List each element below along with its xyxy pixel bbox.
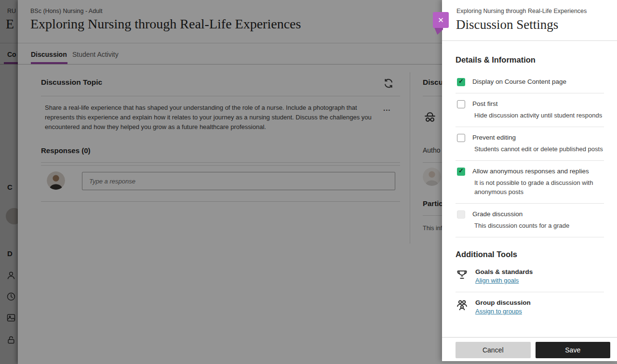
checkbox[interactable] xyxy=(457,134,465,142)
checkbox xyxy=(457,210,465,219)
tool-group-discussion: Group discussion Assign to groups xyxy=(456,292,604,323)
trophy-icon xyxy=(456,268,469,281)
option-post-first: Post first Hide discussion activity unti… xyxy=(456,93,604,127)
close-icon[interactable]: ✕ xyxy=(433,12,449,28)
panel-subtitle: Exploring Nursing through Real-Life Expe… xyxy=(456,8,587,14)
checkbox[interactable] xyxy=(457,78,465,86)
discussion-settings-panel: Exploring Nursing through Real-Life Expe… xyxy=(442,0,617,361)
option-display-on-course-content: Display on Course Content page xyxy=(456,71,604,93)
checkbox[interactable] xyxy=(457,168,465,176)
panel-title: Discussion Settings xyxy=(456,17,558,32)
additional-tools-heading: Additional Tools xyxy=(456,250,604,259)
save-button[interactable]: Save xyxy=(536,342,611,358)
tool-title: Goals & standards xyxy=(475,268,533,276)
panel-footer: Cancel Save xyxy=(442,337,617,361)
option-description: It is not possible to grade a discussion… xyxy=(474,178,604,196)
option-description: Students cannot edit or delete published… xyxy=(474,144,604,154)
checkbox[interactable] xyxy=(457,100,465,108)
option-allow-anonymous: Allow anonymous responses and replies It… xyxy=(456,161,604,204)
option-label: Allow anonymous responses and replies xyxy=(472,167,604,175)
panel-body: Details & Information Display on Course … xyxy=(442,41,617,337)
align-with-goals-link[interactable]: Align with goals xyxy=(475,276,519,285)
option-grade-discussion: Grade discussion This discussion counts … xyxy=(456,204,604,237)
option-label: Post first xyxy=(472,100,604,108)
option-prevent-editing: Prevent editing Students cannot edit or … xyxy=(456,127,604,161)
option-label: Grade discussion xyxy=(472,210,604,218)
option-label: Prevent editing xyxy=(472,133,604,142)
option-description: This discussion counts for a grade xyxy=(474,221,604,230)
option-label: Display on Course Content page xyxy=(472,78,604,86)
group-icon xyxy=(456,299,469,312)
tool-title: Group discussion xyxy=(475,299,531,307)
modal-scrim-deep xyxy=(0,0,18,364)
assign-to-groups-link[interactable]: Assign to groups xyxy=(475,307,522,316)
details-information-heading: Details & Information xyxy=(456,55,604,65)
cancel-button[interactable]: Cancel xyxy=(456,342,531,358)
screen: RU E Co C D BSc (Hons) Nursing - Adult E… xyxy=(0,0,617,364)
tools-list: Goals & standards Align with goals xyxy=(456,268,604,323)
tool-goals-standards: Goals & standards Align with goals xyxy=(456,268,604,292)
option-description: Hide discussion activity until student r… xyxy=(474,111,604,120)
